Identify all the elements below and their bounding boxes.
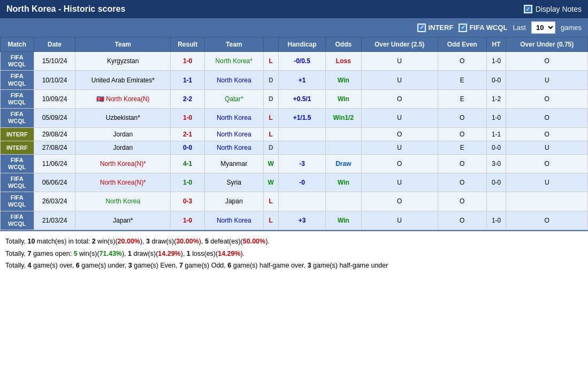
result-cell: 2-2: [171, 89, 205, 108]
ht-cell: 1-0: [486, 211, 506, 230]
oe-cell: E: [438, 71, 486, 89]
odds-cell: Win1/2: [326, 109, 362, 127]
table-row: FIFAWCQL06/06/24North Korea(N)*1-0SyriaW…: [1, 173, 588, 192]
display-notes-control[interactable]: ✓ Display Notes: [524, 5, 582, 13]
odds-cell: Loss: [326, 52, 362, 71]
result-cell: 1-1: [171, 71, 205, 89]
col-handicap: Handicap: [278, 37, 325, 52]
handicap-cell: [278, 192, 325, 211]
wdl-cell: L: [263, 52, 278, 71]
wdl-cell: D: [263, 141, 278, 154]
date-cell: 06/06/24: [34, 173, 75, 192]
team2-cell[interactable]: Myanmar: [204, 154, 263, 173]
col-wdl: [263, 37, 278, 52]
summary-line: Totally, 10 match(es) in total: 2 win(s)…: [5, 235, 583, 248]
match-type-cell: FIFAWCQL: [1, 192, 34, 211]
handicap-cell: -0: [278, 173, 325, 192]
wdl-cell: W: [263, 154, 278, 173]
team1-cell[interactable]: Uzbekistan*: [75, 109, 171, 127]
filter-bar: ✓ INTERF ✓ FIFA WCQL Last 10 20 30 games: [0, 18, 588, 37]
team2-cell[interactable]: North Korea: [204, 71, 263, 89]
oe-cell: E: [438, 89, 486, 108]
ou075-cell: U: [506, 141, 588, 154]
date-cell: 10/10/24: [34, 71, 75, 89]
team2-cell[interactable]: North Korea*: [204, 52, 263, 71]
ht-cell: 3-0: [486, 154, 506, 173]
summary-line: Totally, 7 games open: 5 win(s)(71.43%),…: [5, 248, 583, 260]
ou25-cell: U: [361, 173, 438, 192]
team2-cell[interactable]: North Korea: [204, 127, 263, 141]
wdl-cell: L: [263, 192, 278, 211]
games-select[interactable]: 10 20 30: [531, 21, 555, 34]
match-type-cell: FIFAWCQL: [1, 173, 34, 192]
odds-cell: [326, 192, 362, 211]
wdl-cell: D: [263, 71, 278, 89]
ht-cell: 0-0: [486, 173, 506, 192]
interf-filter[interactable]: ✓ INTERF: [417, 24, 453, 32]
odds-cell: Win: [326, 211, 362, 230]
date-cell: 29/08/24: [34, 127, 75, 141]
oe-cell: O: [438, 109, 486, 127]
team1-cell[interactable]: 🇰🇵 North Korea(N): [75, 89, 171, 108]
date-cell: 10/09/24: [34, 89, 75, 108]
oe-cell: O: [438, 211, 486, 230]
team1-cell[interactable]: North Korea: [75, 192, 171, 211]
team2-cell[interactable]: North Korea: [204, 211, 263, 230]
wdl-cell: D: [263, 89, 278, 108]
result-cell: 2-1: [171, 127, 205, 141]
match-type-cell: FIFAWCQL: [1, 71, 34, 89]
table-wrap: Match Date Team Result Team Handicap Odd…: [0, 37, 588, 230]
oe-cell: O: [438, 52, 486, 71]
team1-cell[interactable]: Jordan: [75, 141, 171, 154]
odds-cell: Win: [326, 71, 362, 89]
fifa-filter[interactable]: ✓ FIFA WCQL: [459, 24, 507, 32]
match-type-cell: INTERF: [1, 127, 34, 141]
result-cell: 0-3: [171, 192, 205, 211]
ht-cell: 0-0: [486, 71, 506, 89]
handicap-cell: +1/1.5: [278, 109, 325, 127]
fifa-checkbox[interactable]: ✓: [459, 24, 467, 32]
match-type-cell: FIFAWCQL: [1, 211, 34, 230]
team2-cell[interactable]: Qatar*: [204, 89, 263, 108]
summary-section: Totally, 10 match(es) in total: 2 win(s)…: [0, 230, 588, 276]
team1-cell[interactable]: North Korea(N)*: [75, 173, 171, 192]
ou25-cell: U: [361, 211, 438, 230]
odds-cell: Win: [326, 89, 362, 108]
table-row: FIFAWCQL15/10/24Kyrgyzstan1-0North Korea…: [1, 52, 588, 71]
handicap-cell: +3: [278, 211, 325, 230]
ou075-cell: [506, 192, 588, 211]
col-date: Date: [34, 37, 75, 52]
result-cell: 1-0: [171, 211, 205, 230]
team1-cell[interactable]: Jordan: [75, 127, 171, 141]
col-team1: Team: [75, 37, 171, 52]
wdl-cell: W: [263, 173, 278, 192]
ht-cell: 0-0: [486, 141, 506, 154]
ou25-cell: U: [361, 52, 438, 71]
table-row: FIFAWCQL10/10/24United Arab Emirates*1-1…: [1, 71, 588, 89]
date-cell: 27/08/24: [34, 141, 75, 154]
display-notes-checkbox[interactable]: ✓: [524, 5, 532, 13]
match-type-cell: INTERF: [1, 141, 34, 154]
result-cell: 4-1: [171, 154, 205, 173]
wdl-cell: L: [263, 127, 278, 141]
date-cell: 21/03/24: [34, 211, 75, 230]
ht-cell: 1-0: [486, 52, 506, 71]
ou075-cell: O: [506, 211, 588, 230]
match-type-cell: FIFAWCQL: [1, 89, 34, 108]
team2-cell[interactable]: North Korea: [204, 109, 263, 127]
result-cell: 1-0: [171, 173, 205, 192]
team1-cell[interactable]: Japan*: [75, 211, 171, 230]
ou075-cell: U: [506, 71, 588, 89]
team1-cell[interactable]: North Korea(N)*: [75, 154, 171, 173]
team2-cell[interactable]: North Korea: [204, 141, 263, 154]
ou25-cell: O: [361, 192, 438, 211]
ou075-cell: O: [506, 127, 588, 141]
team2-cell[interactable]: Syria: [204, 173, 263, 192]
interf-checkbox[interactable]: ✓: [417, 24, 426, 32]
scores-table: Match Date Team Result Team Handicap Odd…: [0, 37, 588, 230]
table-row: FIFAWCQL11/06/24North Korea(N)*4-1Myanma…: [1, 154, 588, 173]
team2-cell[interactable]: Japan: [204, 192, 263, 211]
team1-cell[interactable]: Kyrgyzstan: [75, 52, 171, 71]
ou075-cell: O: [506, 89, 588, 108]
team1-cell[interactable]: United Arab Emirates*: [75, 71, 171, 89]
